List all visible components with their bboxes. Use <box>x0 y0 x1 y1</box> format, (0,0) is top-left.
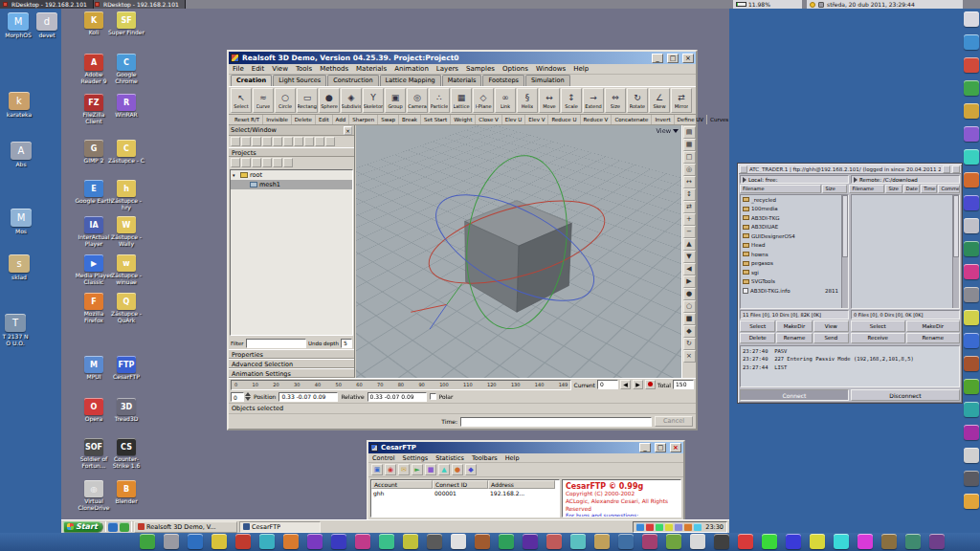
side-dock-icon-17[interactable] <box>964 379 979 394</box>
menu-windows[interactable]: Windows <box>536 65 566 73</box>
table-row[interactable]: ghh000001192.168.2... <box>371 489 559 497</box>
dock-icon-6[interactable] <box>259 534 275 549</box>
disconnect-button[interactable]: Disconnect <box>851 389 960 401</box>
desktop-icon-cesarftp[interactable]: FTPCesarFTP <box>107 356 145 381</box>
dock-icon-5[interactable] <box>235 534 251 549</box>
viewport-tool-2[interactable]: ▦ <box>683 139 696 151</box>
side-dock-icon-13[interactable] <box>964 287 979 302</box>
side-dock-icon-22[interactable] <box>964 494 979 509</box>
menu-animation[interactable]: Animation <box>394 65 429 73</box>
dock-icon-3[interactable] <box>188 534 203 549</box>
tool-swap[interactable]: Swap <box>378 115 399 124</box>
relative-input[interactable]: 0.33 -0.07 0.09 <box>368 392 427 402</box>
menu-settings[interactable]: Settings <box>403 454 429 462</box>
column-header-account[interactable]: Account <box>371 480 433 489</box>
window-depth-gadget[interactable] <box>952 165 960 173</box>
view-button[interactable]: View <box>813 320 849 332</box>
delete-button[interactable]: Delete <box>740 333 775 344</box>
tool-skew[interactable]: ∠Skew <box>649 88 670 113</box>
record-button[interactable] <box>645 380 656 389</box>
tool-edit[interactable]: Edit <box>316 115 333 124</box>
tray-icon-1[interactable] <box>636 523 644 531</box>
tool-close-v[interactable]: Close V <box>476 115 502 124</box>
viewport-tool-11[interactable]: ▼ <box>683 251 696 263</box>
remote-path-field[interactable]: Remote: /C:/download <box>851 175 960 184</box>
dock-icon-22[interactable] <box>642 534 657 549</box>
minimize-button[interactable]: _ <box>652 54 663 63</box>
file-row-pegasos[interactable]: pegasos <box>741 259 840 269</box>
menu-options[interactable]: Options <box>502 65 528 73</box>
side-dock-icon-6[interactable] <box>964 126 979 142</box>
filter-input[interactable] <box>246 339 306 348</box>
viewport-tool-19[interactable]: × <box>683 350 696 363</box>
menu-view[interactable]: View <box>272 65 288 73</box>
file-row-ab3di-tkg-info[interactable]: AB3DI-TKG.info2811 <box>741 286 840 296</box>
viewport-tool-4[interactable]: ◎ <box>683 164 696 176</box>
tool-delete[interactable]: Delete <box>292 115 316 124</box>
position-input[interactable]: 0.33 -0.07 0.09 <box>278 392 338 402</box>
tool-add[interactable]: Add <box>333 115 350 124</box>
panel-tool-icon[interactable] <box>241 137 251 146</box>
tool-set-start[interactable]: Set Start <box>421 115 451 124</box>
dock-icon-16[interactable] <box>499 534 514 549</box>
tool-sharpen[interactable]: Sharpen <box>349 115 378 124</box>
desktop-icon-z-stupce-wally[interactable]: WZástupce - Wally <box>107 216 145 248</box>
remote-file-list[interactable] <box>851 194 960 309</box>
projects-tool-icon[interactable] <box>283 158 293 167</box>
dock-icon-13[interactable] <box>427 534 442 549</box>
viewport[interactable]: View <box>356 125 681 378</box>
dock-icon-12[interactable] <box>403 534 418 549</box>
tool-helix[interactable]: §Helix <box>517 88 538 113</box>
column-header-size[interactable]: Size <box>822 185 847 193</box>
side-dock-icon-7[interactable] <box>964 149 979 165</box>
tool-particle[interactable]: ∴Particle <box>429 88 450 113</box>
dock-icon-9[interactable] <box>331 534 346 549</box>
tool-curves[interactable]: Curves <box>707 115 729 124</box>
tool-circle[interactable]: ○Circle <box>275 88 296 113</box>
side-dock-icon-20[interactable] <box>964 448 979 463</box>
send-button[interactable]: Send <box>813 333 849 344</box>
tool-skeleton[interactable]: YSkeleton <box>363 88 384 113</box>
section-properties[interactable]: Properties <box>229 349 354 359</box>
desktop-icon-z-stupce-c[interactable]: CZástupce - C <box>107 140 145 165</box>
side-dock-icon-8[interactable] <box>964 172 979 187</box>
connect-button[interactable]: Connect <box>740 389 849 401</box>
desktop-icon-karateka[interactable]: kkarateka <box>4 92 34 119</box>
file-row-howns[interactable]: howns <box>741 250 840 259</box>
window-close-gadget[interactable] <box>740 165 747 173</box>
close-button[interactable]: × <box>670 443 681 452</box>
panel-tool-icon[interactable] <box>325 137 335 146</box>
timeline-ruler[interactable]: 0102030405060708090100110120130140149 <box>231 380 571 390</box>
tool-rotate[interactable]: ↻Rotate <box>627 88 648 113</box>
panel-tool-icon[interactable] <box>262 137 272 146</box>
desktop-icon-devet[interactable]: ddevet <box>32 12 62 39</box>
desktop-icon-t-2137-n-o-u-o[interactable]: TT 2137 N O U.O. <box>0 314 31 347</box>
section-animation-settings[interactable]: Animation Settings <box>229 368 354 378</box>
tool-link[interactable]: ∞Link <box>495 88 516 113</box>
scrollbar-thumb[interactable] <box>842 195 848 257</box>
dock-icon-18[interactable] <box>546 534 562 549</box>
panel-tool-icon[interactable] <box>315 137 324 146</box>
column-header-filename[interactable]: Filename <box>849 185 884 193</box>
scrollbar[interactable] <box>952 195 959 308</box>
settings-icon[interactable]: ◆ <box>465 464 477 475</box>
dock-icon-17[interactable] <box>523 534 538 549</box>
dock-icon-2[interactable] <box>164 534 179 549</box>
tool-select[interactable]: ↖Select <box>231 88 252 113</box>
file-row-head[interactable]: Head <box>741 241 840 251</box>
users-icon[interactable]: ▲ <box>438 464 450 475</box>
side-dock-icon-15[interactable] <box>964 333 979 348</box>
tool-define-uv[interactable]: Define UV <box>675 115 708 124</box>
tray-icon-3[interactable] <box>656 523 663 531</box>
menu-file[interactable]: File <box>233 65 244 73</box>
cesarftp-titlebar[interactable]: CesarFTP _ □ × <box>368 442 683 453</box>
start-button[interactable]: Start <box>63 521 103 533</box>
desktop-icon-counter-strike-1-6[interactable]: CSCounter-Strike 1.6 <box>107 438 145 470</box>
window-tab[interactable]: RDesktop - 192.168.2.101 <box>0 0 94 9</box>
column-header-address[interactable]: Address <box>488 480 555 489</box>
viewport-tool-1[interactable]: ▤ <box>683 126 696 139</box>
tool-mirror[interactable]: ⇄Mirror <box>671 88 692 113</box>
column-header-comment[interactable]: Comment <box>938 185 960 193</box>
viewport-tool-6[interactable]: ↕ <box>683 188 696 201</box>
local-path-field[interactable]: Local: free: <box>740 175 849 184</box>
